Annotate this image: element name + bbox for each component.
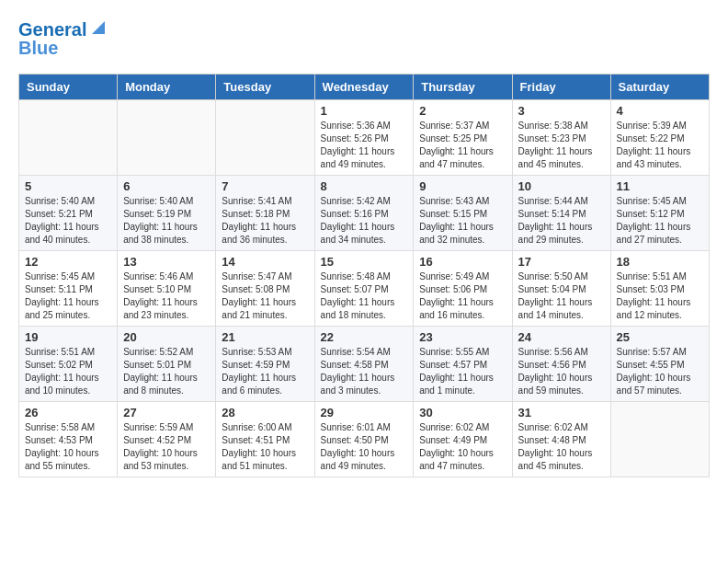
day-info: Sunrise: 5:37 AM Sunset: 5:25 PM Dayligh…	[419, 120, 506, 171]
day-info: Sunrise: 6:02 AM Sunset: 4:48 PM Dayligh…	[518, 421, 605, 473]
calendar-cell: 22Sunrise: 5:54 AM Sunset: 4:58 PM Dayli…	[314, 327, 414, 402]
page-header: General Blue	[18, 18, 710, 59]
day-info: Sunrise: 5:55 AM Sunset: 4:57 PM Dayligh…	[419, 346, 506, 397]
calendar-cell: 31Sunrise: 6:02 AM Sunset: 4:48 PM Dayli…	[512, 402, 610, 477]
day-info: Sunrise: 5:45 AM Sunset: 5:12 PM Dayligh…	[617, 195, 703, 247]
day-info: Sunrise: 5:44 AM Sunset: 5:14 PM Dayligh…	[518, 195, 605, 247]
calendar-cell	[216, 100, 314, 176]
calendar-cell: 9Sunrise: 5:43 AM Sunset: 5:15 PM Daylig…	[414, 176, 512, 251]
day-number: 12	[25, 255, 111, 269]
calendar-cell: 3Sunrise: 5:38 AM Sunset: 5:23 PM Daylig…	[512, 100, 610, 176]
svg-marker-0	[92, 21, 105, 34]
calendar-cell: 28Sunrise: 6:00 AM Sunset: 4:51 PM Dayli…	[216, 402, 314, 477]
day-number: 28	[222, 406, 308, 419]
day-info: Sunrise: 5:59 AM Sunset: 4:52 PM Dayligh…	[123, 421, 210, 473]
weekday-wednesday: Wednesday	[314, 75, 414, 100]
calendar-cell: 16Sunrise: 5:49 AM Sunset: 5:06 PM Dayli…	[414, 251, 512, 327]
day-number: 22	[321, 330, 408, 344]
day-info: Sunrise: 5:57 AM Sunset: 4:55 PM Dayligh…	[617, 346, 703, 397]
logo-icon	[88, 17, 108, 38]
week-row-3: 12Sunrise: 5:45 AM Sunset: 5:11 PM Dayli…	[19, 251, 710, 327]
day-number: 26	[25, 406, 111, 419]
calendar-cell: 24Sunrise: 5:56 AM Sunset: 4:56 PM Dayli…	[512, 327, 610, 402]
weekday-sunday: Sunday	[19, 75, 118, 100]
day-number: 2	[419, 104, 506, 118]
day-number: 15	[321, 255, 408, 269]
calendar-cell: 1Sunrise: 5:36 AM Sunset: 5:26 PM Daylig…	[314, 100, 414, 176]
calendar-cell	[118, 100, 216, 176]
day-info: Sunrise: 5:39 AM Sunset: 5:22 PM Dayligh…	[617, 120, 703, 171]
day-info: Sunrise: 5:40 AM Sunset: 5:21 PM Dayligh…	[25, 195, 111, 247]
day-number: 8	[321, 179, 408, 193]
day-info: Sunrise: 5:58 AM Sunset: 4:53 PM Dayligh…	[25, 421, 111, 473]
day-number: 3	[518, 104, 605, 118]
day-number: 20	[123, 330, 210, 344]
day-info: Sunrise: 5:54 AM Sunset: 4:58 PM Dayligh…	[321, 346, 408, 397]
day-info: Sunrise: 5:45 AM Sunset: 5:11 PM Dayligh…	[25, 270, 111, 322]
calendar-cell: 5Sunrise: 5:40 AM Sunset: 5:21 PM Daylig…	[19, 176, 118, 251]
day-info: Sunrise: 5:50 AM Sunset: 5:04 PM Dayligh…	[518, 270, 605, 322]
day-number: 25	[617, 330, 703, 344]
calendar-cell: 20Sunrise: 5:52 AM Sunset: 5:01 PM Dayli…	[118, 327, 216, 402]
day-number: 17	[518, 255, 605, 269]
calendar-cell: 30Sunrise: 6:02 AM Sunset: 4:49 PM Dayli…	[414, 402, 512, 477]
day-info: Sunrise: 6:01 AM Sunset: 4:50 PM Dayligh…	[321, 421, 408, 473]
day-info: Sunrise: 6:00 AM Sunset: 4:51 PM Dayligh…	[222, 421, 308, 473]
calendar-cell: 27Sunrise: 5:59 AM Sunset: 4:52 PM Dayli…	[118, 402, 216, 477]
weekday-friday: Friday	[512, 75, 610, 100]
day-number: 5	[25, 179, 111, 193]
day-number: 9	[419, 179, 506, 193]
calendar-cell: 25Sunrise: 5:57 AM Sunset: 4:55 PM Dayli…	[610, 327, 709, 402]
weekday-thursday: Thursday	[414, 75, 512, 100]
weekday-header-row: SundayMondayTuesdayWednesdayThursdayFrid…	[19, 75, 710, 100]
day-info: Sunrise: 5:43 AM Sunset: 5:15 PM Dayligh…	[419, 195, 506, 247]
day-number: 30	[419, 406, 506, 419]
day-info: Sunrise: 5:53 AM Sunset: 4:59 PM Dayligh…	[222, 346, 308, 397]
calendar-cell: 23Sunrise: 5:55 AM Sunset: 4:57 PM Dayli…	[414, 327, 512, 402]
day-number: 1	[321, 104, 408, 118]
calendar-cell: 18Sunrise: 5:51 AM Sunset: 5:03 PM Dayli…	[610, 251, 709, 327]
day-info: Sunrise: 5:42 AM Sunset: 5:16 PM Dayligh…	[321, 195, 408, 247]
week-row-5: 26Sunrise: 5:58 AM Sunset: 4:53 PM Dayli…	[19, 402, 710, 477]
day-number: 13	[123, 255, 210, 269]
day-number: 10	[518, 179, 605, 193]
logo: General Blue	[18, 18, 108, 59]
day-info: Sunrise: 5:51 AM Sunset: 5:03 PM Dayligh…	[617, 270, 703, 322]
calendar-cell: 17Sunrise: 5:50 AM Sunset: 5:04 PM Dayli…	[512, 251, 610, 327]
calendar-cell: 10Sunrise: 5:44 AM Sunset: 5:14 PM Dayli…	[512, 176, 610, 251]
day-info: Sunrise: 5:56 AM Sunset: 4:56 PM Dayligh…	[518, 346, 605, 397]
calendar-cell: 2Sunrise: 5:37 AM Sunset: 5:25 PM Daylig…	[414, 100, 512, 176]
day-number: 14	[222, 255, 308, 269]
day-number: 11	[617, 179, 703, 193]
calendar-cell: 29Sunrise: 6:01 AM Sunset: 4:50 PM Dayli…	[314, 402, 414, 477]
day-info: Sunrise: 5:38 AM Sunset: 5:23 PM Dayligh…	[518, 120, 605, 171]
day-number: 19	[25, 330, 111, 344]
calendar-cell: 8Sunrise: 5:42 AM Sunset: 5:16 PM Daylig…	[314, 176, 414, 251]
day-number: 21	[222, 330, 308, 344]
day-number: 18	[617, 255, 703, 269]
day-number: 6	[123, 179, 210, 193]
day-number: 7	[222, 179, 308, 193]
day-info: Sunrise: 5:47 AM Sunset: 5:08 PM Dayligh…	[222, 270, 308, 322]
calendar-cell: 21Sunrise: 5:53 AM Sunset: 4:59 PM Dayli…	[216, 327, 314, 402]
day-number: 29	[321, 406, 408, 419]
day-info: Sunrise: 5:40 AM Sunset: 5:19 PM Dayligh…	[123, 195, 210, 247]
calendar-cell: 19Sunrise: 5:51 AM Sunset: 5:02 PM Dayli…	[19, 327, 118, 402]
calendar-cell: 15Sunrise: 5:48 AM Sunset: 5:07 PM Dayli…	[314, 251, 414, 327]
calendar-cell: 26Sunrise: 5:58 AM Sunset: 4:53 PM Dayli…	[19, 402, 118, 477]
day-number: 4	[617, 104, 703, 118]
weekday-monday: Monday	[118, 75, 216, 100]
weekday-tuesday: Tuesday	[216, 75, 314, 100]
calendar-cell	[19, 100, 118, 176]
calendar-cell	[610, 402, 709, 477]
calendar-cell: 11Sunrise: 5:45 AM Sunset: 5:12 PM Dayli…	[610, 176, 709, 251]
day-info: Sunrise: 5:46 AM Sunset: 5:10 PM Dayligh…	[123, 270, 210, 322]
week-row-1: 1Sunrise: 5:36 AM Sunset: 5:26 PM Daylig…	[19, 100, 710, 176]
week-row-4: 19Sunrise: 5:51 AM Sunset: 5:02 PM Dayli…	[19, 327, 710, 402]
calendar-cell: 12Sunrise: 5:45 AM Sunset: 5:11 PM Dayli…	[19, 251, 118, 327]
day-number: 24	[518, 330, 605, 344]
day-info: Sunrise: 5:49 AM Sunset: 5:06 PM Dayligh…	[419, 270, 506, 322]
week-row-2: 5Sunrise: 5:40 AM Sunset: 5:21 PM Daylig…	[19, 176, 710, 251]
logo-blue: Blue	[18, 37, 58, 59]
calendar-cell: 4Sunrise: 5:39 AM Sunset: 5:22 PM Daylig…	[610, 100, 709, 176]
